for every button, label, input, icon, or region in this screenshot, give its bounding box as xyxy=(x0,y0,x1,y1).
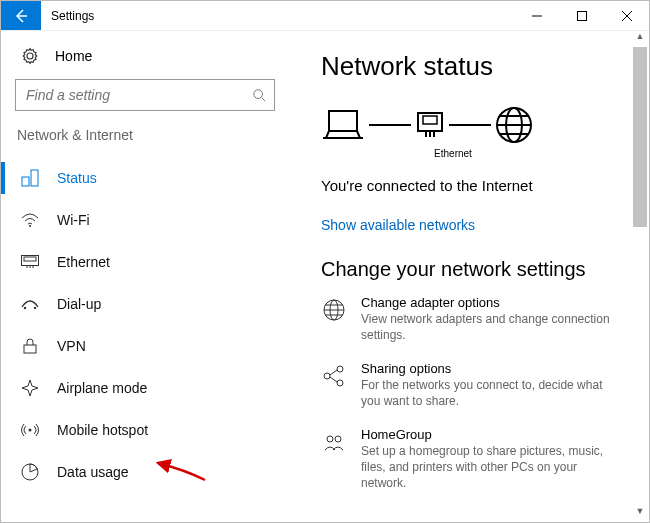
close-icon xyxy=(622,11,632,21)
svg-point-8 xyxy=(34,307,36,309)
sidebar-item-dialup[interactable]: Dial-up xyxy=(15,283,291,325)
sidebar-item-label: Dial-up xyxy=(57,296,101,312)
sidebar-item-hotspot[interactable]: Mobile hotspot xyxy=(15,409,291,451)
sidebar-item-vpn[interactable]: VPN xyxy=(15,325,291,367)
scroll-down-icon[interactable]: ▼ xyxy=(633,506,647,522)
setting-sharing-options[interactable]: Sharing options For the networks you con… xyxy=(321,361,629,409)
close-button[interactable] xyxy=(604,1,649,30)
airplane-icon xyxy=(21,379,39,397)
hotspot-icon xyxy=(21,422,39,438)
scroll-up-icon[interactable]: ▲ xyxy=(633,31,647,47)
sidebar-item-wifi[interactable]: Wi-Fi xyxy=(15,199,291,241)
svg-point-23 xyxy=(335,436,341,442)
sidebar-item-label: Wi-Fi xyxy=(57,212,90,228)
titlebar-spacer xyxy=(104,1,514,30)
maximize-button[interactable] xyxy=(559,1,604,30)
svg-point-7 xyxy=(24,307,26,309)
svg-rect-3 xyxy=(31,170,38,186)
sidebar-item-label: Airplane mode xyxy=(57,380,147,396)
ethernet-icon xyxy=(415,111,445,139)
sidebar-item-status[interactable]: Status xyxy=(15,157,291,199)
svg-point-20 xyxy=(337,366,343,372)
minimize-icon xyxy=(532,11,542,21)
arrow-left-icon xyxy=(13,8,29,24)
svg-rect-0 xyxy=(577,11,586,20)
sidebar-item-label: Ethernet xyxy=(57,254,110,270)
setting-desc: Set up a homegroup to share pictures, mu… xyxy=(361,444,611,491)
laptop-icon xyxy=(321,108,365,142)
setting-adapter-options[interactable]: Change adapter options View network adap… xyxy=(321,295,629,343)
setting-label: HomeGroup xyxy=(361,427,611,442)
setting-label: Change adapter options xyxy=(361,295,611,310)
setting-desc: For the networks you connect to, decide … xyxy=(361,378,611,409)
vpn-icon xyxy=(21,338,39,354)
page-title: Network status xyxy=(321,51,629,82)
scroll-track[interactable] xyxy=(633,47,647,506)
gear-icon xyxy=(21,47,39,65)
diagram-label: Ethernet xyxy=(433,148,473,159)
scroll-thumb[interactable] xyxy=(633,47,647,227)
status-icon xyxy=(21,169,39,187)
search-input[interactable] xyxy=(15,79,275,111)
setting-label: Sharing options xyxy=(361,361,611,376)
svg-point-19 xyxy=(324,373,330,379)
globe-icon xyxy=(321,297,347,323)
sidebar-category: Network & Internet xyxy=(15,123,291,157)
svg-rect-14 xyxy=(423,116,437,124)
titlebar: Settings xyxy=(1,1,649,31)
main-content: Network status Ethernet You're connected… xyxy=(291,31,649,522)
minimize-button[interactable] xyxy=(514,1,559,30)
sidebar: Home Network & Internet Status Wi-Fi Eth… xyxy=(1,31,291,522)
wifi-icon xyxy=(21,212,39,228)
connection-status: You're connected to the Internet xyxy=(321,177,629,194)
sidebar-item-label: VPN xyxy=(57,338,86,354)
home-label: Home xyxy=(55,48,92,64)
sharing-icon xyxy=(321,363,347,389)
sidebar-item-label: Data usage xyxy=(57,464,129,480)
search-field[interactable] xyxy=(24,86,252,104)
maximize-icon xyxy=(577,11,587,21)
svg-rect-6 xyxy=(24,257,36,261)
svg-rect-2 xyxy=(22,177,29,186)
search-icon xyxy=(252,88,266,102)
svg-point-21 xyxy=(337,380,343,386)
svg-point-1 xyxy=(254,90,263,99)
homegroup-icon xyxy=(321,429,347,455)
window-title: Settings xyxy=(41,1,104,30)
sidebar-item-ethernet[interactable]: Ethernet xyxy=(15,241,291,283)
sidebar-item-home[interactable]: Home xyxy=(15,39,291,79)
setting-desc: View network adapters and change connect… xyxy=(361,312,611,343)
ethernet-node xyxy=(415,111,445,139)
svg-rect-9 xyxy=(24,345,36,353)
section-title: Change your network settings xyxy=(321,258,629,281)
svg-point-22 xyxy=(327,436,333,442)
dialup-icon xyxy=(21,298,39,310)
svg-rect-12 xyxy=(329,111,357,131)
connection-line xyxy=(369,124,411,126)
globe-icon xyxy=(495,106,533,144)
sidebar-item-label: Status xyxy=(57,170,97,186)
show-networks-link[interactable]: Show available networks xyxy=(321,217,475,233)
connection-line xyxy=(449,124,491,126)
svg-point-10 xyxy=(29,429,32,432)
scrollbar[interactable]: ▲ ▼ xyxy=(633,31,647,522)
svg-point-4 xyxy=(29,225,31,227)
sidebar-item-airplane[interactable]: Airplane mode xyxy=(15,367,291,409)
network-diagram xyxy=(321,106,629,144)
sidebar-item-datausage[interactable]: Data usage xyxy=(15,451,291,493)
sidebar-item-label: Mobile hotspot xyxy=(57,422,148,438)
ethernet-icon xyxy=(21,255,39,269)
back-button[interactable] xyxy=(1,1,41,30)
setting-homegroup[interactable]: HomeGroup Set up a homegroup to share pi… xyxy=(321,427,629,491)
datausage-icon xyxy=(21,463,39,481)
